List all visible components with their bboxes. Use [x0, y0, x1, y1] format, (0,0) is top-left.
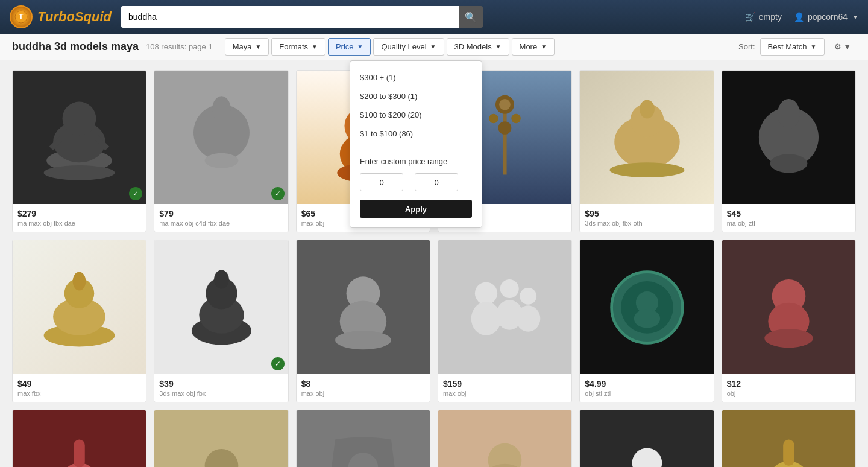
verified-checkmark: ✓	[271, 357, 285, 370]
stone-arch-buddha-icon	[316, 430, 410, 467]
product-card[interactable]: $8 max obj	[296, 240, 430, 402]
svg-point-37	[335, 331, 391, 349]
svg-point-42	[520, 287, 536, 304]
white-buddha-icon	[600, 430, 694, 467]
price-min-input[interactable]	[360, 173, 403, 191]
product-price: $39	[159, 379, 283, 389]
svg-rect-52	[74, 439, 85, 467]
buddha-silhouette-icon	[33, 91, 126, 184]
product-card[interactable]: $12 obj	[722, 240, 856, 402]
product-card[interactable]	[579, 410, 714, 467]
filter-more[interactable]: More ▼	[512, 38, 555, 56]
product-card[interactable]: ✓ $279 ma max obj fbx dae	[12, 70, 146, 232]
product-image	[438, 410, 571, 467]
apply-button[interactable]: Apply	[360, 200, 472, 218]
product-formats: ma max obj fbx dae	[17, 220, 141, 227]
filter-3dmodels[interactable]: 3D Models ▼	[447, 38, 509, 56]
search-input[interactable]	[121, 6, 459, 28]
price-option-200-300-label: $200 to $300 (1)	[360, 92, 417, 101]
price-option-300plus-label: $300 + (1)	[360, 73, 396, 82]
buddha-head-icon	[175, 91, 268, 184]
product-image: ✓	[154, 71, 288, 204]
product-card[interactable]: ✓ $39 3ds max obj fbx	[154, 240, 288, 402]
user-chevron-icon: ▼	[852, 14, 858, 21]
product-info: $159 max obj	[438, 374, 571, 402]
product-card[interactable]: ✓ $79 ma max obj c4d fbx dae	[154, 70, 288, 232]
carved-head-icon	[742, 91, 835, 184]
product-card[interactable]: $4.99 obj stl ztl	[579, 240, 714, 402]
quality-chevron-icon: ▼	[430, 43, 436, 50]
price-label: Price	[336, 42, 354, 51]
results-count: 108 results: page 1	[146, 42, 213, 51]
product-formats: max obj	[443, 390, 567, 397]
settings-icon[interactable]: ⚙ ▼	[829, 40, 856, 54]
product-image	[13, 240, 146, 373]
medallion-icon	[600, 261, 694, 354]
filter-formats[interactable]: Formats ▼	[271, 38, 326, 56]
filter-maya[interactable]: Maya ▼	[225, 38, 269, 56]
product-image: ✓	[13, 71, 146, 204]
product-price: $279	[17, 209, 141, 218]
dark-seated-buddha-icon	[175, 261, 268, 354]
custom-range-label: Enter custom price range	[350, 153, 482, 170]
svg-point-10	[204, 153, 238, 168]
product-card[interactable]	[12, 410, 146, 467]
product-image	[297, 240, 430, 373]
header: T TurboSquid 🔍 🛒 empty 👤 popcorn64 ▼	[0, 0, 868, 34]
cart-icon: 🛒	[745, 12, 755, 22]
product-info: $4.99 obj stl ztl	[580, 374, 713, 402]
product-formats: 3ds max obj fbx	[159, 390, 283, 397]
svg-point-18	[512, 114, 521, 123]
price-option-300plus[interactable]: $300 + (1)	[350, 68, 482, 87]
price-option-100-200[interactable]: $100 to $200 (20)	[350, 106, 482, 124]
cart-area[interactable]: 🛒 empty	[745, 12, 782, 22]
product-card[interactable]	[154, 410, 288, 467]
logo[interactable]: T TurboSquid	[10, 5, 112, 28]
sort-select[interactable]: Best Match ▼	[760, 38, 825, 56]
product-price: $159	[443, 379, 567, 389]
product-card[interactable]	[722, 410, 856, 467]
cart-label: empty	[759, 12, 782, 22]
product-card[interactable]: $45 ma obj ztl	[722, 70, 856, 232]
price-option-1-100[interactable]: $1 to $100 (86)	[350, 124, 482, 143]
product-formats: max obj	[301, 390, 425, 397]
product-image	[722, 240, 855, 373]
price-divider	[350, 148, 482, 148]
verified-checkmark: ✓	[129, 187, 142, 200]
product-price: $4.99	[585, 379, 708, 389]
svg-text:T: T	[19, 13, 24, 21]
sort-area: Sort: Best Match ▼ ⚙ ▼	[738, 38, 856, 56]
sculpture-group-icon	[458, 261, 552, 354]
custom-range-inputs: –	[350, 170, 482, 195]
product-image	[580, 71, 713, 204]
product-info: $45 ma obj ztl	[722, 204, 855, 232]
price-option-200-300[interactable]: $200 to $300 (1)	[350, 87, 482, 106]
username-label: popcorn64	[808, 12, 848, 22]
svg-point-50	[764, 329, 813, 348]
search-button[interactable]: 🔍	[459, 6, 483, 28]
apply-label: Apply	[405, 205, 427, 214]
svg-point-25	[778, 99, 800, 129]
product-image	[438, 240, 571, 373]
price-max-input[interactable]	[415, 173, 458, 191]
sort-label: Sort:	[738, 42, 755, 51]
product-card[interactable]: $49 max fbx	[12, 240, 146, 402]
svg-point-47	[634, 309, 659, 328]
filter-price[interactable]: Price ▼	[328, 38, 371, 56]
product-card[interactable]: $159 max obj	[438, 240, 572, 402]
user-area[interactable]: 👤 popcorn64 ▼	[794, 12, 858, 22]
gold-seated-buddha-icon	[33, 261, 126, 354]
product-info: $49 max fbx	[13, 374, 146, 402]
product-card[interactable]	[438, 410, 572, 467]
formats-chevron-icon: ▼	[312, 43, 318, 50]
product-formats: obj	[727, 390, 851, 397]
3dmodels-chevron-icon: ▼	[495, 43, 502, 50]
filter-quality[interactable]: Quality Level ▼	[373, 38, 444, 56]
svg-rect-66	[783, 439, 794, 465]
svg-point-62	[632, 448, 662, 467]
product-formats: ma max obj c4d fbx dae	[159, 220, 283, 227]
product-card[interactable]: $95 3ds max obj fbx oth	[579, 70, 714, 232]
product-card[interactable]	[296, 410, 430, 467]
product-image	[580, 410, 713, 467]
product-price: $8	[301, 379, 425, 389]
